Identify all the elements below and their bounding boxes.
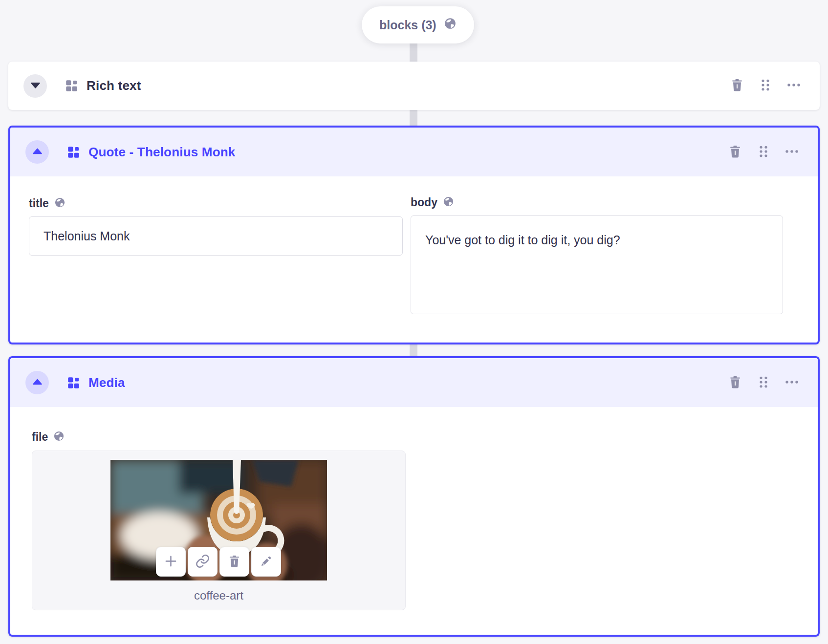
media-action-toolbar (156, 547, 281, 577)
globe-icon (443, 196, 454, 209)
block-rich-text: Rich text (8, 62, 820, 110)
block-header: Quote - Thelonius Monk (10, 128, 818, 176)
delete-block-button[interactable] (728, 375, 742, 390)
caret-down-icon (31, 82, 40, 90)
block-header: Rich text (8, 62, 820, 110)
trash-icon (730, 78, 744, 94)
body-field: body You've got to dig it to dig it, you… (411, 196, 783, 316)
drag-handle-icon (756, 144, 771, 160)
block-title: Media (88, 375, 125, 390)
drag-handle[interactable] (756, 145, 771, 159)
field-pill: blocks (3) (362, 6, 474, 43)
block-media: Media file (8, 356, 820, 637)
blocks-icon (65, 79, 78, 92)
globe-icon (54, 197, 65, 210)
pencil-icon (259, 554, 274, 570)
block-title: Quote - Thelonius Monk (88, 145, 236, 160)
drag-handle[interactable] (758, 79, 773, 93)
add-media-button[interactable] (156, 547, 186, 577)
trash-icon (227, 554, 241, 570)
more-options-button[interactable] (786, 79, 801, 93)
blocks-icon (67, 146, 80, 159)
more-options-icon (784, 375, 799, 391)
collapse-toggle-button[interactable] (25, 140, 49, 164)
copy-link-button[interactable] (188, 547, 218, 577)
file-field: file (32, 430, 406, 610)
body-field-label: body (411, 196, 437, 209)
delete-block-button[interactable] (730, 79, 744, 93)
plus-icon (163, 554, 178, 570)
drag-handle-icon (756, 375, 771, 391)
trash-icon (728, 375, 742, 391)
caret-up-icon (33, 379, 42, 386)
title-input[interactable] (29, 216, 403, 256)
title-field: title (29, 197, 403, 256)
collapse-toggle-button[interactable] (25, 371, 49, 394)
delete-media-button[interactable] (219, 547, 249, 577)
more-options-icon (786, 78, 801, 94)
expand-toggle-button[interactable] (23, 74, 47, 98)
trash-icon (728, 144, 742, 160)
drag-handle[interactable] (756, 375, 771, 390)
more-options-button[interactable] (784, 375, 799, 390)
more-options-icon (784, 144, 799, 160)
delete-block-button[interactable] (728, 145, 742, 159)
body-textarea[interactable]: You've got to dig it to dig it, you dig? (411, 215, 783, 314)
title-field-label: title (29, 197, 49, 210)
globe-icon (444, 17, 457, 33)
dynamic-zone-editor: blocks (3) Rich text (0, 0, 828, 644)
drag-handle-icon (758, 78, 773, 94)
caret-up-icon (33, 148, 42, 156)
field-pill-label: blocks (3) (379, 18, 436, 32)
connector-line (410, 110, 417, 128)
file-field-label: file (32, 430, 48, 444)
more-options-button[interactable] (784, 145, 799, 159)
media-upload-card: coffee-art (32, 451, 406, 610)
link-icon (195, 554, 210, 570)
block-header: Media (10, 358, 818, 407)
block-quote: Quote - Thelonius Monk title (8, 126, 820, 344)
media-filename: coffee-art (32, 589, 405, 602)
globe-icon (53, 430, 65, 444)
blocks-icon (67, 376, 80, 389)
edit-media-button[interactable] (251, 547, 281, 577)
block-title: Rich text (87, 78, 141, 93)
